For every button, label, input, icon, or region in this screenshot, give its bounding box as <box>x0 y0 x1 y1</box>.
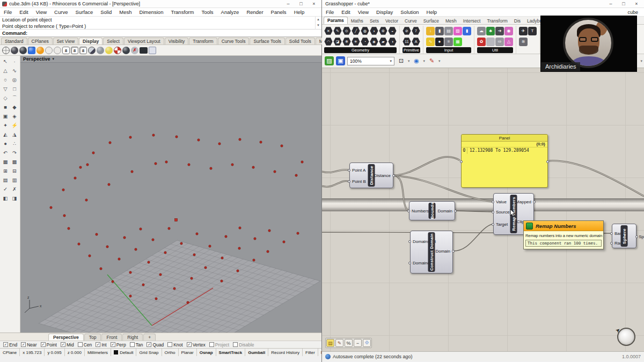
display-mode-icon-17[interactable] <box>149 47 156 54</box>
display-mode-icon-13[interactable] <box>114 47 121 54</box>
osnap-int[interactable]: ✓Int <box>96 342 106 348</box>
node-bounds[interactable]: NumbersDomainBounds <box>409 201 455 220</box>
status-y-0-095[interactable]: y 0.095 <box>45 349 64 356</box>
sidebar-tool-icon-26[interactable]: ▤ <box>1 175 10 184</box>
menu-transform[interactable]: Transform <box>167 9 197 15</box>
sidebar-tool-icon-13[interactable]: ◈ <box>10 112 19 121</box>
output-port-mapped[interactable] <box>533 201 536 203</box>
osnap-point[interactable]: ✓Point <box>41 342 57 348</box>
chevron-down-icon[interactable]: ▾ <box>640 59 642 63</box>
sidebar-tool-icon-20[interactable]: ↶ <box>1 148 10 157</box>
display-mode-icon-7[interactable]: 8 <box>62 47 70 54</box>
toolbar-tab-select[interactable]: Select <box>103 38 123 45</box>
osnap-checkbox-tan[interactable] <box>130 342 135 347</box>
osnap-vertex[interactable]: ✓Vertex <box>187 342 206 348</box>
node-label-bar[interactable]: Bounds <box>429 203 436 219</box>
gh-menu-edit[interactable]: Edit <box>338 9 354 15</box>
component-icon-input-3[interactable]: ● <box>435 38 444 46</box>
sidebar-tool-icon-18[interactable]: ● <box>1 139 10 148</box>
zoom-selection-icon[interactable]: ⊡ <box>397 56 406 65</box>
status-cplane[interactable]: CPlane <box>0 349 20 356</box>
status-x-195-723[interactable]: x 195.723 <box>20 349 45 356</box>
menu-tools[interactable]: Tools <box>197 9 217 15</box>
chevron-down-icon[interactable]: ▾ <box>423 59 426 63</box>
display-mode-icon-12[interactable] <box>105 47 113 54</box>
sidebar-tool-icon-16[interactable]: ◭ <box>1 130 10 139</box>
input-port-domainend[interactable] <box>408 262 411 264</box>
toolbar-tab-visibility[interactable]: Visibility <box>165 38 189 45</box>
node-label-bar[interactable]: Construct Domain <box>428 232 435 272</box>
input-port-point-a[interactable] <box>348 169 350 172</box>
panel-title[interactable]: Panel <box>462 135 547 142</box>
sidebar-tool-icon-28[interactable]: ✓ <box>1 184 10 194</box>
gh-tab-maths[interactable]: Maths <box>348 18 367 24</box>
input-port-domainstart[interactable] <box>408 240 411 243</box>
sidebar-tool-icon-0[interactable]: ↖ <box>1 57 10 66</box>
component-icon-geometry-13[interactable]: ▰ <box>379 38 387 46</box>
output-port-domain[interactable] <box>452 250 455 253</box>
node-distance[interactable]: Point APoint BDistanceDistance <box>349 162 393 188</box>
open-file-icon[interactable]: ▨ <box>325 56 334 65</box>
sidebar-tool-icon-14[interactable]: ✦ <box>1 121 10 130</box>
component-icon-util-7[interactable]: △ <box>504 38 513 46</box>
percent-icon[interactable]: % <box>345 339 353 347</box>
toolbar-tab-display[interactable]: Display <box>79 38 103 45</box>
osnap-checkbox-quad[interactable]: ✓ <box>147 342 151 347</box>
grasshopper-canvas[interactable]: Panel {0;0} 0 12.132908 To 129.289054 Po… <box>322 68 644 351</box>
display-mode-icon-9[interactable]: 8 <box>79 47 87 54</box>
panel-output-port[interactable] <box>546 160 549 163</box>
component-icon-util-5[interactable]: ⇨ <box>495 38 504 46</box>
sidebar-tool-icon-4[interactable]: ○ <box>1 75 10 84</box>
menu-render[interactable]: Render <box>243 9 267 15</box>
input-port-radius[interactable] <box>610 242 613 245</box>
osnap-checkbox-perp[interactable]: ✓ <box>111 342 115 347</box>
status-planar[interactable]: Planar <box>179 349 197 356</box>
sidebar-tool-icon-23[interactable]: ▩ <box>10 157 19 166</box>
display-mode-icon-0[interactable] <box>2 47 10 54</box>
sidebar-tool-icon-29[interactable]: ✗ <box>10 184 19 194</box>
menu-file[interactable]: File <box>0 9 16 15</box>
component-icon-util-4[interactable]: ➔ <box>495 27 504 35</box>
status-millimeters[interactable]: Millimeters <box>85 349 111 356</box>
display-mode-icon-8[interactable]: 8 <box>71 47 78 54</box>
output-port-sp[interactable] <box>635 235 638 238</box>
component-icon-x-2[interactable]: T <box>528 27 537 35</box>
osnap-checkbox-point[interactable]: ✓ <box>41 342 46 347</box>
component-icon-input-4[interactable]: ▤ <box>444 27 453 35</box>
chevron-down-icon[interactable]: ▾ <box>438 59 441 63</box>
osnap-checkbox-vertex[interactable]: ✓ <box>187 342 192 347</box>
sidebar-tool-icon-3[interactable]: ∿ <box>10 66 19 75</box>
component-icon-geometry-14[interactable]: ◒ <box>388 27 397 35</box>
input-port-value[interactable] <box>492 201 494 203</box>
display-mode-icon-15[interactable]: ✗ <box>131 47 138 54</box>
component-icon-geometry-12[interactable]: ⊚ <box>379 27 387 35</box>
component-icon-primitive-1[interactable]: 11 <box>402 38 411 46</box>
zoom-level-select[interactable]: 100%▾ <box>347 57 394 65</box>
rhino-close-button[interactable]: × <box>308 0 320 8</box>
component-icon-input-7[interactable]: ▦ <box>453 38 462 46</box>
toolbar-tab-set-view[interactable]: Set View <box>53 38 78 45</box>
display-mode-icon-3[interactable] <box>28 47 35 54</box>
gh-menu-view[interactable]: View <box>354 9 372 15</box>
component-icon-util-3[interactable] <box>486 38 495 46</box>
toolbar-tab-solid-tools[interactable]: Solid Tools <box>286 38 315 45</box>
component-icon-util-1[interactable]: ✿ <box>477 38 486 46</box>
toolbar-tab-standard[interactable]: Standard <box>1 38 27 45</box>
display-mode-icon-6[interactable] <box>54 47 61 54</box>
toolbar-tab-viewport-layout[interactable]: Viewport Layout <box>124 38 164 45</box>
component-icon-input-1[interactable]: ∿ <box>426 38 435 46</box>
component-icon-primitive-0[interactable]: ⊘ <box>402 27 411 35</box>
component-icon-geometry-15[interactable]: ◑ <box>388 38 397 46</box>
osnap-knot[interactable]: Knot <box>167 342 183 348</box>
display-mode-icon-11[interactable] <box>97 47 104 54</box>
component-icon-x-1[interactable]: ≋ <box>519 38 528 46</box>
component-icon-x-0[interactable]: ✈ <box>519 27 528 35</box>
gh-menu-solution[interactable]: Solution <box>397 9 422 15</box>
display-mode-icon-10[interactable] <box>88 47 96 54</box>
gh-tab-surface[interactable]: Surface <box>420 18 442 24</box>
sidebar-tool-icon-22[interactable]: ▦ <box>1 157 10 166</box>
sidebar-tool-icon-8[interactable]: ◇ <box>1 93 10 102</box>
component-icon-input-0[interactable]: ↓ <box>426 27 435 35</box>
gh-menu-file[interactable]: File <box>322 9 338 15</box>
osnap-near[interactable]: ✓Near <box>21 342 36 348</box>
